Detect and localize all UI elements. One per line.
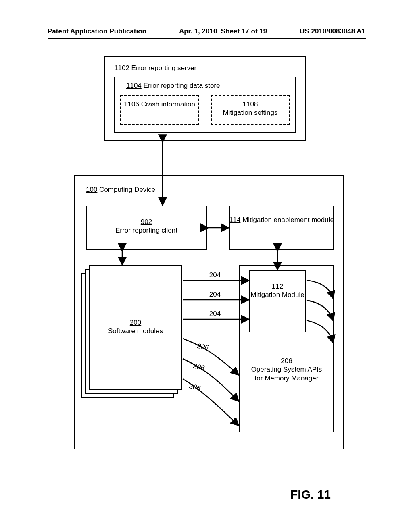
box-mitigation-enablement-module xyxy=(229,206,334,250)
label-error-reporting-data-store: 1104 Error reporting data store xyxy=(126,81,220,90)
label-error-reporting-server: 1102 Error reporting server xyxy=(114,64,196,72)
label-computing-device: 100 Computing Device xyxy=(86,185,155,194)
label-os-apis: 206 Operating System APIs for Memory Man… xyxy=(247,357,326,382)
label-error-reporting-client: 902 Error reporting client xyxy=(86,218,207,235)
header-rule xyxy=(48,38,366,39)
box-crash-information xyxy=(120,95,199,125)
figure-label: FIG. 11 xyxy=(290,488,331,501)
label-software-modules: 200 Software modules xyxy=(89,318,182,336)
diagram-canvas: 1102 Error reporting server 1104 Error r… xyxy=(56,56,362,484)
label-mitigation-settings: 1108 Mitigation settings xyxy=(211,100,290,117)
header-left: Patent Application Publication xyxy=(48,27,146,35)
label-mitigation-enablement-module: 114 Mitigation enablement module xyxy=(229,216,334,224)
page-header: Patent Application Publication Apr. 1, 2… xyxy=(0,27,413,35)
label-204-2: 204 xyxy=(205,290,225,299)
label-mitigation-module: 112 Mitigation Module xyxy=(249,282,306,299)
label-204-3: 204 xyxy=(205,310,225,318)
label-204-1: 204 xyxy=(205,271,225,279)
header-mid: Apr. 1, 2010 Sheet 17 of 19 xyxy=(179,27,267,35)
box-mitigation-module xyxy=(249,270,306,332)
label-crash-information: 1106 Crash information xyxy=(120,100,199,108)
header-pubno: US 2010/0083048 A1 xyxy=(300,27,365,35)
